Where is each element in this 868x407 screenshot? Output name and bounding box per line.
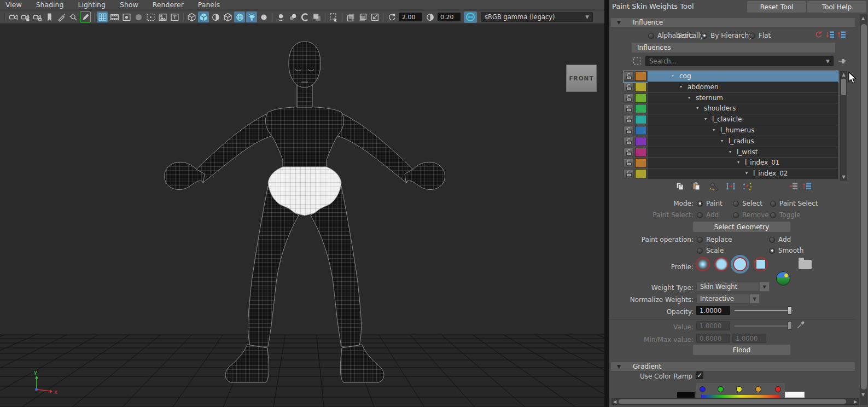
normalize-weights-dropdown-arrow-icon[interactable]: ▼ [749, 294, 760, 304]
move-weights-to-joint-icon[interactable] [725, 182, 736, 193]
menu-show[interactable]: Show [120, 1, 138, 9]
ramp-color-stop[interactable] [700, 386, 706, 392]
select-geometry-button[interactable]: Select Geometry [693, 222, 790, 232]
lock-icon[interactable] [624, 72, 634, 81]
isolate-selected-view-icon[interactable] [357, 11, 368, 22]
influence-row-l_radius[interactable]: ▾l_radius [624, 136, 838, 147]
influence-row-l_wrist[interactable]: ▾l_wrist [624, 147, 838, 158]
influence-color-swatch[interactable] [635, 83, 646, 92]
browse-profile-folder-icon[interactable] [799, 260, 812, 269]
radio-button-icon[interactable] [648, 33, 654, 39]
ramp-color-stop[interactable] [736, 386, 742, 392]
lock-icon[interactable] [624, 158, 634, 167]
lock-icon[interactable] [624, 148, 634, 157]
weight-type-dropdown-arrow-icon[interactable]: ▼ [759, 282, 770, 292]
hammer-weights-icon[interactable] [708, 182, 719, 193]
influence-row-abdomen[interactable]: ▾abdomen [624, 82, 838, 93]
camera-lock-icon[interactable] [20, 11, 31, 22]
isolate-select-icon[interactable] [345, 11, 356, 22]
field-chart-icon[interactable] [145, 11, 156, 22]
scroll-down-icon[interactable]: ▼ [861, 393, 865, 397]
paint-operation-radio-smooth[interactable]: Smooth [769, 247, 803, 254]
menu-renderer[interactable]: Renderer [153, 1, 184, 9]
pan-zoom-icon[interactable] [68, 11, 79, 22]
multisample-icon[interactable] [299, 11, 310, 22]
colorspace-dropdown[interactable]: sRGB gamma (legacy)▼ [481, 12, 593, 22]
radio-button-icon[interactable] [749, 33, 755, 39]
radio-button-icon[interactable] [697, 248, 703, 254]
ramp-color-stop[interactable] [718, 386, 724, 392]
influence-name-cell[interactable]: ▾cog [648, 71, 838, 82]
shaded-cube-icon[interactable] [198, 11, 209, 22]
radio-button-icon[interactable] [701, 33, 707, 39]
grease-pencil-icon[interactable] [56, 11, 67, 22]
shadows-icon[interactable] [258, 11, 269, 22]
sort-radio-alphabetically[interactable]: Alphabetically [648, 32, 704, 39]
expand-triangle-icon[interactable]: ▾ [729, 149, 731, 154]
influence-name-cell[interactable]: ▾l_index_02 [648, 168, 838, 179]
gamma-icon[interactable] [424, 11, 435, 22]
object-selection-icon[interactable] [328, 11, 339, 22]
scroll-up-icon[interactable]: ▲ [861, 16, 865, 21]
brush-profile-gaussian[interactable] [696, 257, 710, 271]
sort-ascending-icon[interactable] [837, 30, 847, 42]
radio-button-icon[interactable] [769, 237, 775, 243]
copy-weights-icon[interactable] [675, 182, 685, 193]
influences-scrollbar[interactable]: ▲ ▼ [840, 71, 847, 181]
influence-row-l_index_01[interactable]: ▾l_index_01 [624, 158, 838, 168]
paint-operation-radio-scale[interactable]: Scale [697, 247, 724, 254]
expand-triangle-icon[interactable]: ▾ [688, 95, 690, 100]
reset-tool-button[interactable]: Reset Tool [747, 1, 806, 13]
motion-blur-icon[interactable] [287, 11, 298, 22]
brush-profile-solid[interactable] [733, 257, 747, 271]
lock-icon[interactable] [624, 104, 634, 113]
paint-operation-radio-add[interactable]: Add [769, 236, 791, 243]
chevron-down-icon[interactable]: ▼ [585, 14, 589, 20]
pin-influence-icon[interactable] [837, 57, 846, 68]
sort-descending-icon[interactable] [826, 30, 835, 42]
influence-row-l_humerus[interactable]: ▾l_humerus [624, 125, 838, 136]
ramp-gradient-strip[interactable] [701, 395, 780, 398]
use-lights-icon[interactable] [246, 11, 257, 22]
lock-icon[interactable] [624, 137, 634, 146]
wireframe-cube-icon[interactable] [186, 11, 197, 22]
expand-triangle-icon[interactable]: ▾ [721, 138, 723, 143]
viewport-canvas[interactable]: yx FRONT persp-Z [0, 25, 604, 407]
mode-radio-paint-select[interactable]: Paint Select [770, 200, 818, 207]
ramp-black-swatch[interactable] [677, 392, 695, 398]
horizontal-scrollbar[interactable]: ◀ ▶ [611, 398, 859, 405]
weight-type-dropdown[interactable]: Skin Weight [696, 282, 759, 292]
radio-button-icon[interactable] [733, 201, 739, 207]
influence-row-cog[interactable]: ▾cog [624, 71, 838, 82]
ramp-white-swatch[interactable] [785, 392, 805, 398]
film-gate-icon[interactable] [109, 11, 120, 22]
influence-search-input[interactable]: Search... ▼ [645, 56, 834, 66]
flood-button[interactable]: Flood [693, 345, 790, 355]
lock-icon[interactable] [624, 169, 634, 178]
influence-section-header[interactable]: ▼ Influence [611, 18, 855, 27]
influence-name-cell[interactable]: ▾l_wrist [648, 147, 838, 158]
select-influence-icon[interactable] [632, 56, 642, 68]
scroll-up-icon[interactable]: ▲ [842, 73, 846, 77]
grid-icon[interactable] [97, 11, 108, 22]
isolate-add-icon[interactable] [369, 11, 380, 22]
select-camera-tool-icon[interactable] [80, 11, 91, 22]
wireframe-on-shaded-icon[interactable] [234, 11, 245, 22]
copy-vertex-weights-icon[interactable] [789, 182, 799, 193]
normalize-weights-dropdown[interactable]: Interactive [696, 294, 749, 304]
lock-icon[interactable] [624, 83, 634, 92]
influence-name-cell[interactable]: ▾l_radius [648, 136, 838, 147]
brush-profile-square[interactable] [754, 257, 768, 271]
expand-triangle-icon[interactable]: ▾ [672, 73, 674, 78]
influence-name-cell[interactable]: ▾abdomen [648, 82, 838, 93]
camera-icon[interactable] [8, 11, 19, 22]
influence-row-sternum[interactable]: ▾sternum [624, 93, 838, 104]
brush-profile-soft[interactable] [714, 257, 729, 271]
scroll-down-icon[interactable]: ▼ [842, 175, 846, 179]
influence-color-swatch[interactable] [635, 104, 646, 113]
bookmark-icon[interactable] [44, 11, 55, 22]
half-sphere-icon[interactable] [210, 11, 221, 22]
camera-settings-icon[interactable] [32, 11, 43, 22]
tool-help-button[interactable]: Tool Help [807, 1, 866, 13]
menu-lighting[interactable]: Lighting [78, 1, 106, 9]
